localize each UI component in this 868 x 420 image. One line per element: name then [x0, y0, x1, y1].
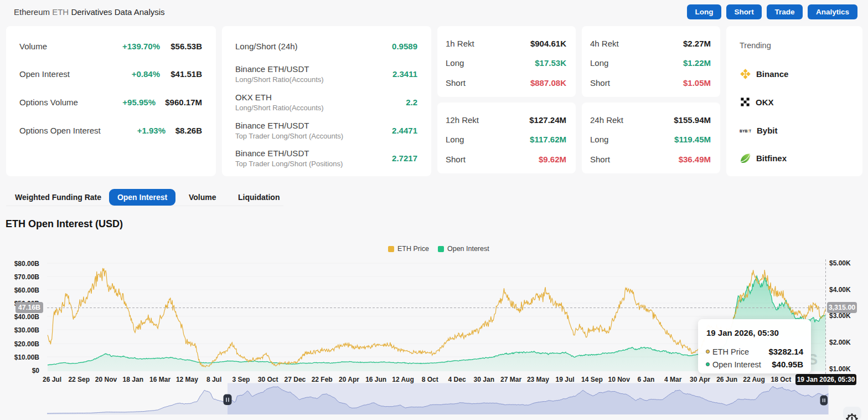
svg-text:23 May: 23 May — [527, 376, 549, 383]
svg-text:12 May: 12 May — [176, 376, 198, 383]
svg-text:22 Aug: 22 Aug — [743, 376, 765, 383]
svg-text:30 Apr: 30 Apr — [690, 376, 710, 383]
svg-text:4 Dec: 4 Dec — [448, 376, 466, 383]
svg-text:$60.00B: $60.00B — [14, 286, 40, 294]
svg-text:26 Jun: 26 Jun — [716, 376, 737, 383]
svg-text:22 Feb: 22 Feb — [312, 376, 333, 383]
svg-text:20 Nov: 20 Nov — [95, 376, 117, 383]
svg-text:3 Sep: 3 Sep — [232, 376, 250, 383]
svg-text:$1.00K: $1.00K — [829, 365, 851, 373]
svg-text:6 Jan: 6 Jan — [638, 376, 655, 383]
svg-text:30 Jan: 30 Jan — [474, 376, 494, 383]
svg-text:$2.00K: $2.00K — [829, 339, 851, 346]
svg-text:18 Oct: 18 Oct — [771, 376, 791, 383]
svg-text:$4.00K: $4.00K — [829, 286, 851, 294]
svg-text:30 Oct: 30 Oct — [258, 376, 278, 383]
svg-text:4 Mar: 4 Mar — [664, 376, 682, 383]
svg-text:8 Oct: 8 Oct — [422, 376, 438, 383]
svg-text:16 Jun: 16 Jun — [365, 376, 386, 383]
svg-text:18 Jan: 18 Jan — [123, 376, 143, 383]
svg-text:19 Jul: 19 Jul — [556, 376, 575, 383]
svg-text:20 Apr: 20 Apr — [339, 376, 359, 383]
svg-text:14 Sep: 14 Sep — [581, 376, 603, 383]
svg-text:27 Mar: 27 Mar — [500, 376, 521, 383]
svg-text:27 Dec: 27 Dec — [285, 376, 306, 383]
svg-text:10 Nov: 10 Nov — [608, 376, 631, 383]
svg-text:$40.00B: $40.00B — [14, 313, 40, 321]
svg-text:8 Jul: 8 Jul — [206, 376, 221, 383]
svg-text:22 Sep: 22 Sep — [68, 376, 90, 383]
svg-text:$10.00B: $10.00B — [14, 354, 40, 361]
svg-text:$0: $0 — [32, 367, 40, 375]
svg-text:$20.00B: $20.00B — [14, 340, 40, 348]
svg-text:12 Aug: 12 Aug — [392, 376, 414, 383]
svg-text:$80.00B: $80.00B — [14, 260, 40, 268]
svg-text:BYB!T: BYB!T — [740, 129, 751, 133]
svg-text:$30.00B: $30.00B — [14, 326, 40, 334]
svg-text:26 Jul: 26 Jul — [43, 376, 61, 383]
svg-text:$5.00K: $5.00K — [829, 259, 851, 267]
svg-text:$70.00B: $70.00B — [14, 273, 40, 281]
svg-text:16 Mar: 16 Mar — [149, 376, 170, 383]
